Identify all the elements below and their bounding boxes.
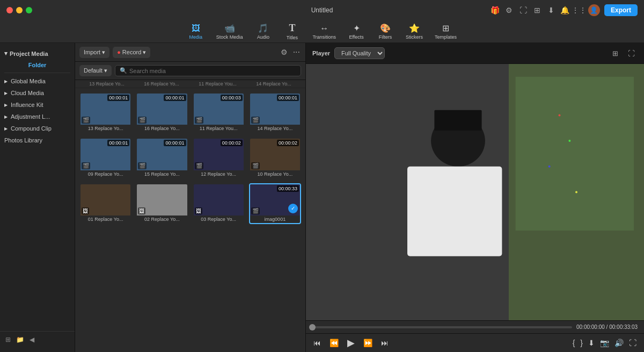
sidebar-label-influence-kit: Influence Kit — [11, 102, 43, 108]
add-to-timeline-button[interactable]: ⬇ — [587, 337, 596, 348]
collapse-sidebar-button[interactable]: ◀ — [28, 335, 35, 344]
minimize-button[interactable] — [16, 7, 23, 13]
toolbar-item-transitions[interactable]: ↔ Transitions — [307, 21, 341, 42]
window-title: Untitled — [311, 6, 333, 14]
media-panel-toolbar: Import ▾ ● Record ▾ ⚙ ··· — [75, 43, 305, 62]
export-button[interactable]: Export — [604, 4, 638, 16]
player-header: Player Full Quality ⊞ ⛶ — [306, 43, 644, 64]
fullscreen-icon[interactable]: ⛶ — [518, 5, 528, 15]
media-type-icon: 🎬 — [251, 162, 260, 169]
toolbar-item-media[interactable]: 🖼 Media — [182, 21, 210, 42]
import-button[interactable]: Import ▾ — [79, 47, 109, 58]
player-label: Player — [312, 50, 330, 56]
gift-icon[interactable]: 🎁 — [491, 5, 500, 15]
folder-button[interactable]: 📁 — [15, 335, 25, 344]
media-type-icon: 🎬 — [251, 117, 260, 124]
media-item-label: 09 Replace Yo... — [80, 170, 130, 178]
arrow-icon: ▶ — [4, 103, 8, 107]
sidebar-footer: ⊞ 📁 ◀ — [0, 331, 75, 348]
video-frame — [306, 64, 644, 320]
quality-select[interactable]: Full Quality — [334, 47, 385, 59]
row-label-2: 16 Replace Yo... — [144, 81, 179, 87]
more-options-icon[interactable]: ··· — [292, 46, 301, 58]
sidebar-item-adjustment-l[interactable]: ▶ Adjustment L... — [0, 111, 75, 123]
svg-point-8 — [568, 140, 570, 142]
volume-button[interactable]: 🔊 — [613, 337, 625, 348]
row-label-4: 14 Replace Yo... — [256, 81, 291, 87]
apps-icon[interactable]: ⋮⋮ — [574, 5, 584, 15]
sidebar-item-global-media[interactable]: ▶ Global Media — [0, 75, 75, 87]
fit-button[interactable]: ⛶ — [625, 48, 638, 59]
svg-point-10 — [575, 191, 577, 193]
media-item-label: 02 Replace Yo... — [137, 215, 187, 223]
toolbar-label-media: Media — [189, 34, 203, 40]
media-item-2[interactable]: 00:00:01 🎬 16 Replace Yo... — [136, 92, 188, 133]
sidebar-item-cloud-media[interactable]: ▶ Cloud Media — [0, 87, 75, 99]
maximize-button[interactable] — [26, 7, 32, 13]
duration-badge: 00:00:02 — [277, 140, 299, 146]
step-back-button[interactable]: ⏪ — [328, 337, 340, 348]
dropdown-arrow-icon: ▾ — [143, 49, 146, 56]
in-point-button[interactable]: { — [572, 337, 576, 348]
folder-label[interactable]: Folder — [0, 60, 75, 70]
media-type-icon: 🎬 — [82, 117, 90, 124]
player-section: Player Full Quality ⊞ ⛶ — [306, 43, 644, 352]
settings-icon[interactable]: ⚙ — [504, 5, 514, 15]
grid-icon[interactable]: ⊞ — [532, 5, 542, 15]
toolbar-item-filters[interactable]: 🎨 Filters — [371, 21, 399, 42]
record-button[interactable]: ● Record ▾ — [113, 47, 150, 58]
search-input[interactable] — [129, 68, 296, 74]
sidebar-item-compound-clip[interactable]: ▶ Compound Clip — [0, 123, 75, 134]
bell-icon[interactable]: 🔔 — [560, 5, 570, 15]
media-item-11[interactable]: 🖼 03 Replace Yo... — [193, 183, 245, 224]
filter-icon[interactable]: ⚙ — [280, 46, 289, 58]
media-type-icon: 🎬 — [195, 117, 203, 124]
media-item-9[interactable]: 🖼 01 Replace Yo... — [79, 183, 131, 224]
media-item-1[interactable]: 00:00:01 🎬 13 Replace Yo... — [79, 92, 131, 133]
row-label-1: 13 Replace Yo... — [89, 81, 125, 87]
media-item-4[interactable]: 00:00:01 🎬 14 Replace Yo... — [249, 92, 301, 133]
media-item-12[interactable]: 00:00:33 🎬 ✓ imag0001 — [249, 183, 301, 224]
skip-back-button[interactable]: ⏮ — [312, 337, 322, 348]
grid-view-button[interactable]: ⊞ — [610, 48, 621, 59]
fullscreen-button[interactable]: ⛶ — [628, 337, 638, 348]
sidebar: ▾ Project Media Folder ▶ Global Media ▶ … — [0, 43, 75, 352]
progress-bar[interactable] — [312, 326, 572, 328]
toolbar-label-filters: Filters — [379, 34, 392, 40]
toolbar-label-stickers: Stickers — [406, 34, 423, 40]
add-folder-button[interactable]: ⊞ — [4, 335, 12, 344]
play-button[interactable]: ▶ — [346, 336, 356, 350]
default-button[interactable]: Default ▾ — [79, 65, 112, 76]
download-icon[interactable]: ⬇ — [546, 5, 556, 15]
sidebar-item-influence-kit[interactable]: ▶ Influence Kit — [0, 99, 75, 111]
snapshot-button[interactable]: 📷 — [599, 337, 610, 348]
out-point-button[interactable]: } — [579, 337, 584, 348]
audio-icon: 🎵 — [258, 23, 268, 33]
toolbar-item-stickers[interactable]: ⭐ Stickers — [400, 21, 428, 42]
sidebar-item-photos-library[interactable]: Photos Library — [0, 134, 75, 146]
svg-point-7 — [559, 114, 561, 116]
media-item-5[interactable]: 00:00:01 🎬 09 Replace Yo... — [79, 138, 131, 178]
step-forward-button[interactable]: ⏩ — [362, 337, 374, 348]
toolbar-item-titles[interactable]: T Titles — [278, 20, 306, 42]
arrow-icon: ▶ — [4, 114, 8, 119]
media-item-10[interactable]: 🖼 02 Replace Yo... — [136, 183, 188, 224]
templates-icon: ⊞ — [442, 23, 449, 33]
toolbar-item-effects[interactable]: ✦ Effects — [342, 21, 370, 42]
toolbar-item-stock-media[interactable]: 📹 Stock Media — [211, 21, 248, 42]
skip-forward-button[interactable]: ⏭ — [380, 337, 390, 348]
close-button[interactable] — [6, 7, 13, 13]
media-item-label: 14 Replace Yo... — [250, 125, 300, 132]
media-icon: 🖼 — [192, 24, 200, 33]
media-item-7[interactable]: 00:00:02 🎬 12 Replace Yo... — [193, 138, 245, 178]
media-type-icon: 🎬 — [82, 162, 90, 169]
avatar[interactable]: 👤 — [588, 4, 600, 16]
media-item-8[interactable]: 00:00:02 🎬 10 Replace Yo... — [249, 138, 301, 178]
toolbar-item-templates[interactable]: ⊞ Templates — [429, 21, 462, 42]
media-item-6[interactable]: 00:00:01 🎬 15 Replace Yo... — [136, 138, 188, 178]
media-item-3[interactable]: 00:00:03 🎬 11 Replace You... — [193, 92, 245, 133]
titlebar-right: 🎁 ⚙ ⛶ ⊞ ⬇ 🔔 ⋮⋮ 👤 Export — [491, 4, 638, 16]
toolbar-item-audio[interactable]: 🎵 Audio — [249, 21, 277, 42]
row-label-3: 11 Replace You... — [199, 81, 237, 87]
svg-rect-4 — [516, 77, 634, 231]
